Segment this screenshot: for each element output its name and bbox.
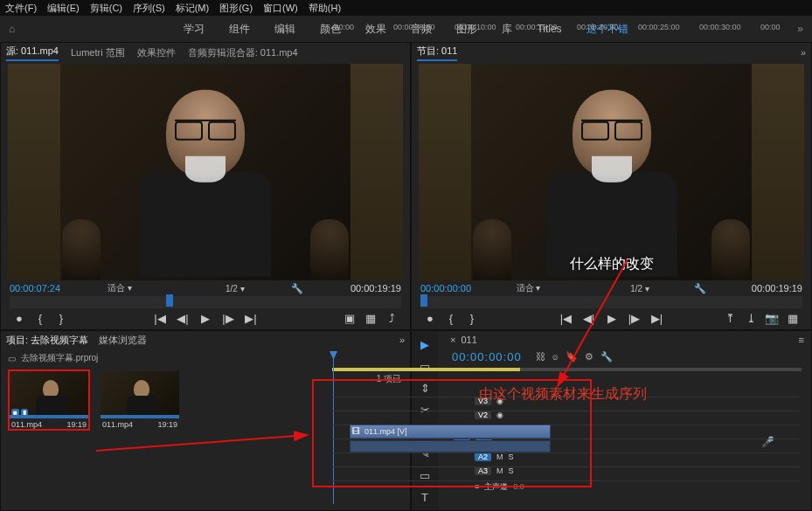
lift-icon[interactable]: ⤒ <box>724 312 736 324</box>
work-area-bar[interactable] <box>332 368 802 371</box>
mark-out-icon[interactable]: } <box>466 312 478 324</box>
menu-marker[interactable]: 标记(M) <box>176 2 210 15</box>
program-monitor-panel: 节目: 011 » 什么样的改变 00:00:00:00 适合 ▾ 1/2 ▾ … <box>411 42 812 330</box>
source-tc-bar: 00:00:07:24 适合 ▾ 1/2 ▾ 🔧 00:00:19:19 <box>1 280 410 296</box>
source-fit-dropdown[interactable]: 适合 ▾ <box>108 282 132 294</box>
clip-name: 011.mp4 <box>102 420 133 429</box>
step-back-icon[interactable]: ◀| <box>177 312 189 324</box>
tab-source[interactable]: 源: 011.mp4 <box>6 45 59 61</box>
audio-clip[interactable] <box>350 440 551 452</box>
mark-out-icon[interactable]: } <box>55 312 67 324</box>
export-frame-icon[interactable]: ⤴ <box>385 312 398 324</box>
ws-learn[interactable]: 学习 <box>184 22 205 37</box>
insert-icon[interactable]: ▣ <box>344 312 356 324</box>
source-timecode[interactable]: 00:00:07:24 <box>10 283 60 293</box>
menu-graphics[interactable]: 图形(G) <box>219 2 253 15</box>
item-count: 1 项已 <box>377 373 401 385</box>
program-duration: 00:00:19:19 <box>752 283 802 293</box>
snap-icon[interactable]: ⛓ <box>536 351 545 363</box>
source-transport: ● { } |◀ ◀| ▶ |▶ ▶| ▣ ▦ ⤴ <box>1 308 410 329</box>
linked-sel-icon[interactable]: ⌾ <box>552 351 559 363</box>
project-path: 去除视频字幕.prproj <box>21 352 98 364</box>
mark-in-icon[interactable]: { <box>445 312 457 324</box>
step-fwd-icon[interactable]: |▶ <box>628 312 641 324</box>
program-viewer[interactable]: 什么样的改变 <box>419 64 804 280</box>
timeline-ruler[interactable]: :00:00 00:00:05:00 00:00:10:00 00:00:15:… <box>332 23 802 40</box>
menu-help[interactable]: 帮助(H) <box>309 2 341 15</box>
go-to-out-icon[interactable]: ▶| <box>651 312 663 324</box>
tab-lumetri[interactable]: Lumetri 范围 <box>71 46 125 59</box>
tab-project[interactable]: 项目: 去除视频字幕 <box>6 334 88 347</box>
program-tabs: 节目: 011 » <box>412 43 811 62</box>
program-timecode[interactable]: 00:00:00:00 <box>420 283 471 293</box>
tab-audio-mixer[interactable]: 音频剪辑混合器: 011.mp4 <box>188 46 298 59</box>
play-icon[interactable]: ▶ <box>199 312 212 324</box>
bin-icon: ▭ <box>8 354 16 363</box>
annotation-text: 由这个视频素材来生成序列 <box>479 385 647 404</box>
source-monitor-panel: 源: 011.mp4 Lumetri 范围 效果控件 音频剪辑混合器: 011.… <box>0 42 411 330</box>
program-fit-dropdown[interactable]: 适合 ▾ <box>517 282 541 294</box>
ws-assembly[interactable]: 组件 <box>229 22 250 37</box>
add-marker-icon[interactable]: ● <box>13 312 25 324</box>
tab-close-icon[interactable]: × <box>450 335 455 345</box>
clip-duration: 19:19 <box>157 420 177 429</box>
project-item[interactable]: 011.mp4 19:19 <box>99 369 181 431</box>
wrench-icon[interactable]: 🔧 <box>600 351 613 363</box>
sequence-tab[interactable]: 011 <box>461 335 476 345</box>
panel-menu-icon[interactable]: » <box>801 47 806 58</box>
home-icon[interactable]: ⌂ <box>9 23 15 35</box>
menu-edit[interactable]: 编辑(E) <box>47 2 80 15</box>
mark-in-icon[interactable]: { <box>34 312 46 324</box>
program-transport: ● { } |◀ ◀| ▶ |▶ ▶| ⤒ ⤓ 📷 ▦ <box>412 308 811 329</box>
timeline-timecode[interactable]: 00:00:00:00 <box>452 350 522 363</box>
source-scrub[interactable] <box>10 296 401 308</box>
ws-editing[interactable]: 编辑 <box>274 22 295 37</box>
panel-overflow-icon[interactable]: » <box>399 335 405 345</box>
source-res-dropdown[interactable]: 1/2 ▾ <box>226 284 245 293</box>
source-tabs: 源: 011.mp4 Lumetri 范围 效果控件 音频剪辑混合器: 011.… <box>1 43 410 62</box>
overwrite-icon[interactable]: ▦ <box>364 312 377 324</box>
app-menubar[interactable]: 文件(F) 编辑(E) 剪辑(C) 序列(S) 标记(M) 图形(G) 窗口(W… <box>0 0 812 16</box>
source-viewer[interactable] <box>8 64 403 280</box>
clip-name: 011.mp4 <box>11 420 42 429</box>
tab-program[interactable]: 节目: 011 <box>417 45 457 61</box>
safe-margins-icon[interactable]: ▦ <box>787 312 799 324</box>
go-to-in-icon[interactable]: |◀ <box>154 312 166 324</box>
program-scrub[interactable] <box>420 296 802 308</box>
add-marker-icon[interactable]: ● <box>424 312 436 324</box>
extract-icon[interactable]: ⤓ <box>745 312 757 324</box>
tab-media-browser[interactable]: 媒体浏览器 <box>99 334 147 347</box>
settings-icon[interactable]: ⚙ <box>585 351 593 363</box>
marker-icon[interactable]: 🔖 <box>566 351 578 363</box>
wrench-icon[interactable]: 🔧 <box>291 283 303 294</box>
video-caption: 什么样的改变 <box>570 255 654 273</box>
step-fwd-icon[interactable]: |▶ <box>222 312 234 324</box>
menu-sequence[interactable]: 序列(S) <box>133 2 165 15</box>
clip-duration: 19:19 <box>66 420 87 429</box>
camera-icon[interactable]: 📷 <box>766 312 778 324</box>
play-icon[interactable]: ▶ <box>606 312 618 324</box>
go-to-in-icon[interactable]: |◀ <box>560 312 573 324</box>
video-clip[interactable]: 011.mp4 [V] <box>350 425 551 438</box>
program-tc-bar: 00:00:00:00 适合 ▾ 1/2 ▾ 🔧 00:00:19:19 <box>412 280 811 296</box>
menu-file[interactable]: 文件(F) <box>5 2 37 15</box>
menu-clip[interactable]: 剪辑(C) <box>90 2 122 15</box>
menu-window[interactable]: 窗口(W) <box>263 2 298 15</box>
selection-tool-icon[interactable]: ▶ <box>420 338 429 351</box>
program-res-dropdown[interactable]: 1/2 ▾ <box>630 284 649 293</box>
wrench-icon[interactable]: 🔧 <box>694 283 706 294</box>
project-item-selected[interactable]: ■▮ 011.mp4 19:19 <box>8 369 90 431</box>
source-duration: 00:00:19:19 <box>350 283 401 293</box>
step-back-icon[interactable]: ◀| <box>583 312 595 324</box>
go-to-out-icon[interactable]: ▶| <box>245 312 257 324</box>
tab-effect-controls[interactable]: 效果控件 <box>137 46 176 59</box>
panel-menu-icon[interactable]: ≡ <box>799 335 804 345</box>
